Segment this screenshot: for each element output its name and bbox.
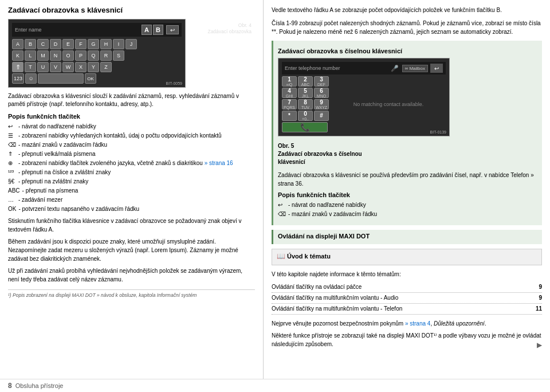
kb-key-shift[interactable]: ⇑ xyxy=(12,62,23,72)
kb-obr: Obr. 4 Zadávací obrazovka xyxy=(207,22,252,35)
topic-item-2: Ovládání tlačítky na multifunkčním volan… xyxy=(272,293,542,304)
kb-key-space[interactable] xyxy=(38,73,84,84)
nektere-text: Některé funkce přístroje se zobrazují ta… xyxy=(272,331,542,348)
kb-key-u[interactable]: U xyxy=(37,62,49,72)
topic-num-1: 9 xyxy=(539,283,542,292)
next-page-arrow[interactable]: ▶ xyxy=(537,340,542,350)
num-key-6[interactable]: 6MNO xyxy=(314,88,329,98)
kb-key-ok[interactable]: OK xyxy=(85,73,96,84)
func-item-7: §€ - přepnutí na zvláštní znaky xyxy=(8,177,255,186)
num-key-7[interactable]: 7PQRS xyxy=(282,99,297,109)
bottom-bar: 8 Obsluha přístroje xyxy=(0,379,550,392)
num-kb-input-label: Enter telephone number xyxy=(285,65,391,71)
delete-icon: ⌫ xyxy=(8,140,16,149)
kb-key-m[interactable]: M xyxy=(37,50,49,61)
num-key-4[interactable]: 4GHI xyxy=(282,88,297,98)
kb-key-z[interactable]: Z xyxy=(100,62,112,72)
func-text-8: - přepnutí na písmena xyxy=(22,186,78,195)
num-row-call: 📞 xyxy=(282,122,329,132)
func-text-10: - potvrzení textu napsaného v zadávacím … xyxy=(18,205,139,213)
mailbox-label: ∞ Mailbox xyxy=(405,66,426,71)
kb-a-button[interactable]: A xyxy=(142,25,152,35)
kb-key-num[interactable]: 123 xyxy=(12,73,24,84)
func-item-4: ⇑ - přepnutí velká/malá písmena xyxy=(8,150,255,158)
stisknuti-text: Stisknutím funkčního tlačítka klávesnice… xyxy=(8,217,255,234)
num-key-hash[interactable]: # xyxy=(314,111,329,121)
kb-key-r[interactable]: R xyxy=(100,50,112,61)
kb-back-button[interactable]: ↩ xyxy=(166,25,179,34)
kb-key-t[interactable]: T xyxy=(25,62,36,72)
num-func-item-2: ⌫ - mazání znaků v zadávacím řádku xyxy=(278,210,537,218)
kb-b-button[interactable]: B xyxy=(153,25,163,35)
kb-key-x[interactable]: X xyxy=(75,62,87,72)
func-text-2: - zobrazení nabídky vyhledaných kontaktů… xyxy=(18,131,222,140)
kb-key-e[interactable]: E xyxy=(62,39,74,49)
kb-key-q[interactable]: Q xyxy=(88,50,99,61)
num-kb-area: Enter telephone number 🎤 ∞ Mailbox ↩ 1∞Q xyxy=(278,58,537,171)
uvod-title: 📖 Úvod k tématu xyxy=(277,252,537,260)
kb-key-d[interactable]: D xyxy=(50,39,61,49)
num-key-9[interactable]: 9WXYZ xyxy=(314,99,329,109)
func-item-1: ↩ - návrat do nadřazené nabídky xyxy=(8,122,255,131)
num-key-0[interactable]: 0+0.. xyxy=(298,111,313,121)
num-key-call[interactable]: 📞 xyxy=(282,122,328,132)
num-row-1: 1∞Q 2ABC 3DEF xyxy=(282,76,329,87)
kb-key-w[interactable]: W xyxy=(62,62,74,72)
num-func-list: ↩ - návrat do nadřazené nabídky ⌫ - mazá… xyxy=(278,201,537,218)
mic-icon: 🎤 xyxy=(391,65,399,72)
num-kb-caption: Zadávací obrazovka s klávesnicí se použí… xyxy=(278,171,537,188)
intro-text-2: Čísla 1-99 zobrazují počet nalezených sh… xyxy=(272,19,542,36)
no-match-text: No matching contact available. xyxy=(353,101,424,108)
num-row-2: 4GHI 5JKL 6MNO xyxy=(282,88,329,98)
obr-sublabel: Zadávací obrazovka xyxy=(207,29,252,35)
left-title: Zadávací obrazovka s klávesnicí xyxy=(8,6,255,14)
func-item-10: OK - potvrzení textu napsaného v zadávac… xyxy=(8,205,255,213)
num-kb-bit-id: BIT-0139 xyxy=(430,130,446,134)
kb-key-p[interactable]: P xyxy=(75,50,87,61)
topic-label-3: Ovládání tlačítky na multifunkčním volan… xyxy=(272,304,402,313)
func-item-5: ⊕ - zobrazení nabídky tlačítek zvoleného… xyxy=(8,159,255,167)
func-title: Popis funkčních tlačítek xyxy=(8,113,255,120)
num-kb-no-match: No matching contact available. xyxy=(331,76,446,132)
kb-key-k[interactable]: K xyxy=(12,50,23,61)
num-key-star[interactable]: * xyxy=(282,111,297,121)
func-text-9: - zadávání mezer xyxy=(18,195,62,204)
ok-icon: OK xyxy=(8,205,16,213)
num-keys: 1∞Q 2ABC 3DEF 4GHI 5JKL 6MNO xyxy=(282,76,329,132)
kb-key-f[interactable]: F xyxy=(75,39,87,49)
num-key-2[interactable]: 2ABC xyxy=(298,76,313,87)
num-kb-back-button[interactable]: ↩ xyxy=(430,64,443,73)
kb-key-b[interactable]: B xyxy=(25,39,36,49)
mailbox-button[interactable]: ∞ Mailbox xyxy=(402,65,429,72)
kb-key-y[interactable]: Y xyxy=(88,62,99,72)
nejprve-text: Nejprve věnujte pozornost bezpečnostním … xyxy=(272,319,542,328)
func-text-1: - návrat do nadřazené nabídky xyxy=(18,122,96,131)
kb-key-i[interactable]: I xyxy=(113,39,124,49)
uvod-box: 📖 Úvod k tématu xyxy=(272,249,542,265)
kb-key-a[interactable]: A xyxy=(12,39,23,49)
topic-num-2: 9 xyxy=(539,293,542,303)
num-row-3: 7PQRS 8TUV 9WXYZ xyxy=(282,99,329,109)
num-obr-sublabel: Zadávací obrazovka s číselnou xyxy=(278,150,362,158)
kb-key-o[interactable]: O xyxy=(62,50,74,61)
num-key-5[interactable]: 5JKL xyxy=(298,88,313,98)
kb-key-smiley[interactable]: ☺ xyxy=(25,73,37,84)
func-text-7: - přepnutí na zvláštní znaky xyxy=(18,177,88,186)
num-obr-label: Obr. 5 xyxy=(278,142,362,150)
kb-key-h[interactable]: H xyxy=(100,39,112,49)
kb-key-v[interactable]: V xyxy=(50,62,61,72)
num-key-8[interactable]: 8TUV xyxy=(298,99,313,109)
kb-key-g[interactable]: G xyxy=(88,39,99,49)
num-key-3[interactable]: 3DEF xyxy=(314,76,329,87)
topic-list: Ovládání tlačítky na ovládací páčce 9 Ov… xyxy=(272,282,542,315)
kb-key-n[interactable]: N xyxy=(50,50,61,61)
kb-key-s[interactable]: S xyxy=(113,50,124,61)
kb-key-l[interactable]: L xyxy=(25,50,36,61)
kb-key-c[interactable]: C xyxy=(37,39,49,49)
num-key-1[interactable]: 1∞Q xyxy=(282,76,297,87)
func-item-8: ABC - přepnutí na písmena xyxy=(8,186,255,195)
kb-key-j[interactable]: J xyxy=(125,39,137,49)
abc-icon: ABC xyxy=(8,186,20,195)
space-icon: … xyxy=(8,195,16,204)
lang-icon: ⊕ xyxy=(8,159,16,167)
